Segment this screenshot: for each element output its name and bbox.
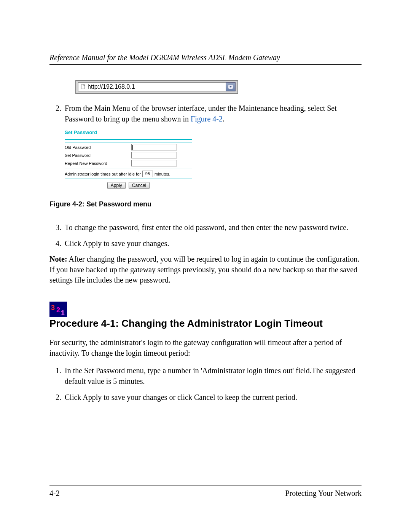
procedure-heading: Procedure 4-1: Changing the Administrato… bbox=[49, 318, 362, 329]
running-header: Reference Manual for the Model DG824M Wi… bbox=[49, 53, 362, 65]
list-item-4: Click Apply to save your changes. bbox=[63, 238, 362, 249]
ordered-list-top: From the Main Menu of the browser interf… bbox=[49, 103, 362, 124]
row-timeout: Administrator login times out after idle… bbox=[65, 171, 192, 177]
note-paragraph: Note: After changing the password, you w… bbox=[49, 254, 362, 286]
intro-a: For security, the administrator's login … bbox=[49, 338, 184, 347]
countdown-icon: 321 bbox=[49, 302, 67, 317]
procedure-step-1: In the Set Password menu, type a number … bbox=[63, 365, 362, 387]
divider bbox=[65, 168, 192, 168]
ordered-list-procedure: In the Set Password menu, type a number … bbox=[49, 365, 362, 403]
address-bar: http://192.168.0.1 bbox=[75, 80, 238, 94]
address-url-text: http://192.168.0.1 bbox=[88, 83, 135, 90]
note-label: Note: bbox=[49, 255, 67, 263]
timeout-prefix: Administrator login times out after idle… bbox=[65, 172, 141, 176]
procedure-step-2: Click Apply to save your changes or clic… bbox=[63, 392, 362, 403]
paper-icon bbox=[81, 84, 86, 89]
page-footer: 4-2 Protecting Your Network bbox=[49, 486, 362, 498]
text-cursor bbox=[132, 145, 133, 150]
button-row: Apply Cancel bbox=[65, 182, 192, 189]
address-dropdown-button[interactable] bbox=[226, 82, 236, 91]
input-repeat-password[interactable] bbox=[131, 160, 177, 166]
label-old-password: Old Password bbox=[65, 145, 131, 150]
intro-gateway: gateway bbox=[184, 338, 209, 347]
divider bbox=[65, 179, 192, 179]
apply-button[interactable]: Apply bbox=[107, 182, 126, 189]
document-page: Reference Manual for the Model DG824M Wi… bbox=[0, 0, 411, 532]
figure-caption: Figure 4-2: Set Password menu bbox=[49, 200, 362, 208]
input-set-password[interactable] bbox=[131, 152, 177, 158]
divider bbox=[65, 142, 192, 142]
step2-text-b: . bbox=[223, 115, 225, 123]
label-repeat-password: Repeat New Password bbox=[65, 161, 131, 166]
timeout-suffix: minutes. bbox=[155, 172, 170, 176]
input-old-password[interactable] bbox=[131, 144, 177, 150]
section-title: Protecting Your Network bbox=[285, 489, 362, 498]
ordered-list-mid: To change the password, first enter the … bbox=[49, 222, 362, 249]
list-item-3: To change the password, first enter the … bbox=[63, 222, 362, 233]
figure-link[interactable]: Figure 4-2 bbox=[191, 115, 223, 123]
address-field[interactable]: http://192.168.0.1 bbox=[78, 82, 226, 91]
address-bar-figure: http://192.168.0.1 bbox=[75, 80, 238, 94]
row-repeat-password: Repeat New Password bbox=[65, 160, 192, 166]
chevron-down-icon bbox=[228, 85, 233, 89]
label-set-password: Set Password bbox=[65, 153, 131, 158]
procedure-intro: For security, the administrator's login … bbox=[49, 337, 362, 358]
set-password-panel: Set Password Old Password Set Password R… bbox=[65, 129, 192, 189]
divider bbox=[65, 139, 192, 140]
panel-title: Set Password bbox=[65, 129, 192, 135]
note-body: After changing the password, you will be… bbox=[49, 255, 359, 284]
list-item-2: From the Main Menu of the browser interf… bbox=[63, 103, 362, 124]
row-set-password: Set Password bbox=[65, 152, 192, 158]
cancel-button[interactable]: Cancel bbox=[129, 182, 150, 189]
input-timeout-minutes[interactable]: 95 bbox=[142, 171, 153, 177]
row-old-password: Old Password bbox=[65, 144, 192, 150]
page-number: 4-2 bbox=[49, 489, 60, 498]
